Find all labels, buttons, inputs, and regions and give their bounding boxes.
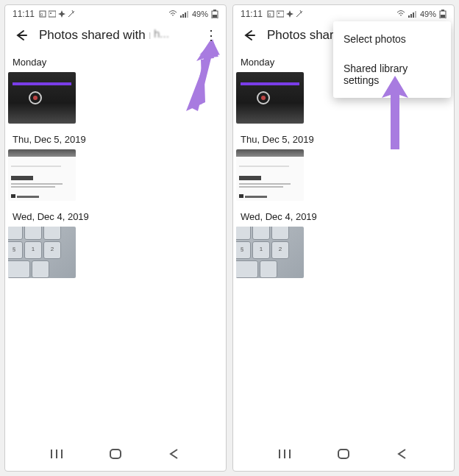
svg-rect-9 [187, 11, 188, 18]
status-left-icons: 0 [39, 10, 75, 18]
svg-point-23 [278, 13, 280, 14]
status-bar: 11:11 0 49% [5, 5, 226, 21]
picture-icon [49, 10, 56, 18]
cell-bars-icon [408, 10, 417, 18]
recents-button[interactable] [277, 448, 292, 460]
battery-text: 49% [420, 10, 436, 18]
arrow-left-icon [13, 28, 28, 43]
svg-rect-11 [213, 10, 216, 11]
svg-rect-27 [410, 14, 412, 18]
svg-rect-7 [182, 14, 184, 18]
overflow-menu: Select photos Shared library settings [333, 21, 451, 98]
speed-icon: 0 [39, 10, 46, 18]
status-bar: 11:11 0 49% [233, 5, 454, 21]
battery-icon [439, 10, 446, 18]
photo-thumb[interactable] [8, 149, 76, 201]
date-header: Wed, Dec 4, 2019 [233, 205, 454, 227]
picture-icon [277, 10, 284, 18]
svg-line-4 [68, 11, 74, 17]
svg-point-3 [50, 13, 51, 14]
wand-icon [68, 10, 75, 18]
home-button[interactable] [108, 447, 123, 461]
phone-left: 11:11 0 49% Photos shared with meh h... … [4, 4, 227, 472]
svg-text:0: 0 [268, 13, 271, 17]
svg-rect-31 [441, 10, 444, 11]
wifi-icon [396, 10, 405, 18]
menu-shared-library-settings[interactable]: Shared library settings [333, 54, 451, 95]
photo-thumb[interactable]: § 1 2 [236, 227, 304, 278]
photo-thumb[interactable] [8, 72, 76, 124]
pinwheel-icon [286, 10, 293, 18]
speed-icon: 0 [267, 10, 274, 18]
back-button[interactable] [241, 27, 257, 43]
cell-bars-icon [180, 10, 189, 18]
wand-icon [296, 10, 303, 18]
date-header: Wed, Dec 4, 2019 [5, 205, 226, 227]
android-nav-bar [5, 438, 226, 471]
svg-rect-28 [413, 13, 414, 18]
battery-text: 49% [192, 10, 208, 18]
back-button[interactable] [13, 27, 29, 43]
svg-rect-8 [185, 13, 186, 18]
svg-rect-2 [49, 11, 56, 17]
photo-grid: Monday Thu, Dec 5, 2019 Wed, Dec 4, 2019… [5, 51, 226, 438]
app-header: Photos shared with meh h... ⋮ [5, 21, 226, 51]
date-header: Thu, Dec 5, 2019 [5, 128, 226, 149]
svg-rect-26 [408, 15, 410, 18]
status-time: 11:11 [241, 9, 263, 19]
svg-rect-36 [338, 450, 349, 458]
svg-rect-29 [415, 11, 416, 18]
android-nav-bar [233, 438, 454, 471]
svg-rect-22 [277, 11, 284, 17]
more-menu-button[interactable]: ⋮ [204, 27, 218, 43]
battery-icon [211, 10, 218, 18]
home-button[interactable] [336, 447, 351, 461]
date-header: Monday [5, 51, 226, 72]
photo-thumb[interactable]: § 1 2 [8, 227, 76, 278]
status-time: 11:11 [13, 9, 35, 19]
phone-right: 11:11 0 49% Photos share Select photos S… [232, 4, 455, 472]
back-nav-button[interactable] [167, 448, 182, 460]
wifi-icon [168, 10, 177, 18]
back-nav-button[interactable] [395, 448, 410, 460]
photo-thumb[interactable] [236, 72, 304, 124]
svg-text:0: 0 [40, 13, 43, 17]
svg-rect-16 [110, 450, 121, 458]
redacted-text: h... [149, 27, 183, 43]
recents-button[interactable] [49, 448, 64, 460]
menu-select-photos[interactable]: Select photos [333, 24, 451, 54]
photo-grid: Monday Thu, Dec 5, 2019 Wed, Dec 4, 2019… [233, 51, 454, 438]
photo-thumb[interactable] [236, 149, 304, 201]
pinwheel-icon [58, 10, 65, 18]
svg-rect-32 [441, 15, 445, 18]
arrow-left-icon [241, 28, 256, 43]
svg-line-24 [296, 11, 302, 17]
svg-rect-12 [213, 15, 217, 18]
status-left-icons: 0 [267, 10, 303, 18]
date-header: Thu, Dec 5, 2019 [233, 128, 454, 149]
svg-rect-6 [180, 15, 182, 18]
